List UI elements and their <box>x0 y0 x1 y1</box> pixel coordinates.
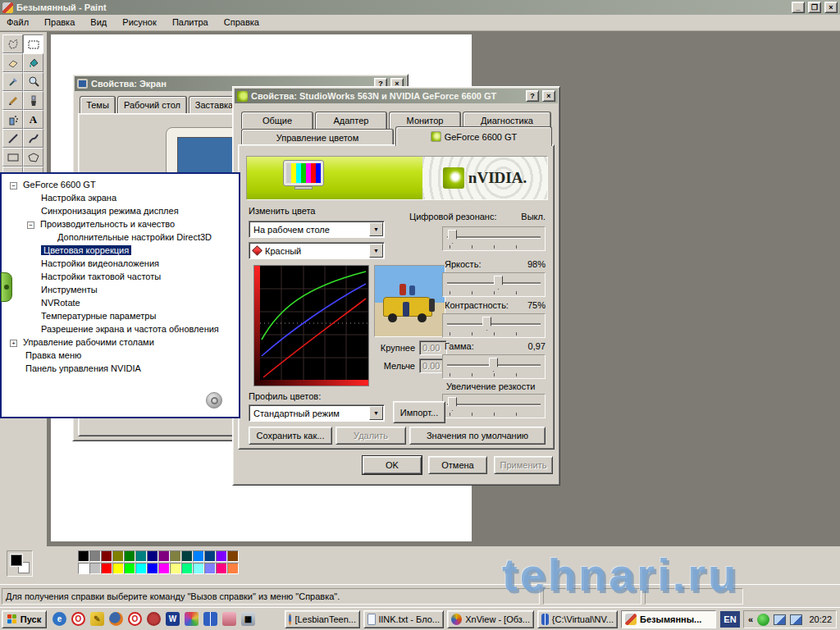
task-explorer[interactable]: {C:\Virtual\NV... <box>537 610 618 628</box>
gamma-curves-graph[interactable] <box>253 265 369 386</box>
palette-color[interactable] <box>135 550 147 562</box>
brightness-slider[interactable] <box>442 272 546 297</box>
paint-titlebar[interactable]: Безымянный - Paint _ ❐ × <box>0 0 840 15</box>
tab-general[interactable]: Общие <box>241 112 313 129</box>
tree-item-display-settings[interactable]: Настройка экрана <box>2 191 239 204</box>
tree-item-performance[interactable]: −Производительность и качество <box>2 217 239 231</box>
help-icon[interactable]: ? <box>526 90 539 102</box>
menu-help[interactable]: Справка <box>217 15 266 30</box>
word-icon[interactable]: W <box>166 612 180 626</box>
palette-color[interactable] <box>227 550 239 562</box>
slider-thumb[interactable] <box>489 358 498 372</box>
tree-item-resolution[interactable]: Разрешение экрана и частота обновления <box>2 322 239 336</box>
palette-icon[interactable] <box>185 612 199 626</box>
close-icon[interactable]: × <box>542 90 555 102</box>
tab-themes[interactable]: Темы <box>80 96 116 113</box>
palette-color[interactable] <box>112 550 124 562</box>
language-indicator[interactable]: EN <box>720 611 740 628</box>
palette-color[interactable] <box>227 563 239 574</box>
cancel-button[interactable]: Отмена <box>428 456 487 474</box>
tray-chevron-icon[interactable]: « <box>748 614 753 624</box>
tree-item-clock-settings[interactable]: Настройки тактовой частоты <box>2 270 239 283</box>
palette-color[interactable] <box>216 563 227 574</box>
chevron-down-icon[interactable]: ▼ <box>369 406 383 420</box>
tree-item-menu-edit[interactable]: Правка меню <box>2 349 239 362</box>
curve-tool[interactable] <box>23 129 43 148</box>
airbrush-tool[interactable] <box>2 110 23 129</box>
palette-color[interactable] <box>78 563 89 574</box>
gamma-slider[interactable] <box>442 354 546 379</box>
menu-edit[interactable]: Правка <box>38 15 81 30</box>
eraser-tool[interactable] <box>2 53 23 72</box>
brush-tool[interactable] <box>23 91 43 110</box>
utorrent-tray-icon[interactable] <box>757 614 769 626</box>
ok-button[interactable]: OK <box>363 456 422 474</box>
palette-color[interactable] <box>204 563 216 574</box>
freeform-select-tool[interactable] <box>2 34 23 53</box>
palette-color[interactable] <box>181 563 193 574</box>
restore-icon[interactable]: ❐ <box>808 2 821 13</box>
expand-icon[interactable]: + <box>10 340 17 347</box>
slider-thumb[interactable] <box>482 317 491 331</box>
tree-item-nvidia-panel[interactable]: Панель управления NVIDIA <box>2 362 239 375</box>
menu-image[interactable]: Рисунок <box>116 15 163 30</box>
tab-geforce-6600gt[interactable]: GeForce 6600 GT <box>395 126 552 146</box>
chevron-down-icon[interactable]: ▼ <box>369 222 383 236</box>
palette-color[interactable] <box>216 550 227 562</box>
palette-color[interactable] <box>193 550 204 562</box>
network-icon[interactable] <box>790 614 802 625</box>
tree-item-sync[interactable]: Синхронизация режима дисплея <box>2 204 239 217</box>
palette-color[interactable] <box>158 563 170 574</box>
palette-color[interactable] <box>204 550 216 562</box>
mediaplayer-icon[interactable] <box>147 612 161 626</box>
contrast-slider[interactable] <box>442 313 546 338</box>
rectangle-tool[interactable] <box>2 148 23 167</box>
menu-file[interactable]: Файл <box>0 15 35 30</box>
floppy-icon[interactable] <box>222 612 236 626</box>
palette-color[interactable] <box>101 550 112 562</box>
task-paint-active[interactable]: Безымянны... <box>621 610 716 628</box>
import-button[interactable]: Импорт... <box>393 401 445 423</box>
tree-item-nvrotate[interactable]: NVRotate <box>2 296 239 309</box>
start-button[interactable]: Пуск <box>2 610 47 628</box>
tree-item-color-correction[interactable]: Цветовая коррекция <box>2 244 239 257</box>
color-profile-dropdown[interactable]: Стандартный режим ▼ <box>249 404 385 422</box>
chevron-down-icon[interactable]: ▼ <box>369 244 383 258</box>
ie-icon[interactable]: e <box>52 612 66 626</box>
tree-item-temperature[interactable]: Температурные параметры <box>2 309 239 322</box>
network-icon[interactable] <box>774 614 786 625</box>
menu-palette[interactable]: Палитра <box>166 15 215 30</box>
vibrance-slider[interactable] <box>442 226 546 251</box>
slider-thumb[interactable] <box>448 230 457 244</box>
palette-color[interactable] <box>147 563 158 574</box>
menu-view[interactable]: Вид <box>84 15 113 30</box>
firefox-icon[interactable] <box>109 612 123 626</box>
larger-input[interactable]: 0.00 <box>419 340 447 355</box>
task-notepad[interactable]: lINK.txt - Бло... <box>363 610 444 628</box>
palette-color[interactable] <box>135 563 147 574</box>
nvidia-gray-logo-icon[interactable] <box>206 392 222 409</box>
color-scope-dropdown[interactable]: На рабочем столе ▼ <box>249 221 385 238</box>
tab-color-management[interactable]: Управление цветом <box>241 129 394 145</box>
text-tool[interactable]: A <box>23 110 43 129</box>
palette-color[interactable] <box>158 550 170 562</box>
delete-button[interactable]: Удалить <box>336 427 406 445</box>
tree-item-direct3d[interactable]: Дополнительные настройки Direct3D <box>2 231 239 244</box>
tree-item-desktop-management[interactable]: +Управление рабочими столами <box>2 336 239 349</box>
close-icon[interactable]: × <box>824 2 838 13</box>
nvidia-dialog-titlebar[interactable]: Свойства: StudioWorks 563N и NVIDIA GeFo… <box>235 89 558 103</box>
color-picker-tool[interactable] <box>2 72 23 91</box>
palette-color[interactable] <box>112 563 124 574</box>
defaults-button[interactable]: Значения по умолчанию <box>409 427 546 445</box>
save-as-button[interactable]: Сохранить как... <box>249 427 332 445</box>
palette-color[interactable] <box>170 563 181 574</box>
palette-color[interactable] <box>124 550 135 562</box>
polygon-tool[interactable] <box>23 148 43 167</box>
palette-color[interactable] <box>78 550 89 562</box>
fill-bucket-tool[interactable] <box>23 53 43 72</box>
calculator-icon[interactable]: ▦ <box>241 612 255 626</box>
pencil-tool[interactable] <box>2 91 23 110</box>
palette-color[interactable] <box>89 563 101 574</box>
tree-item-geforce[interactable]: −GeForce 6600 GT <box>2 178 239 191</box>
task-xnview[interactable]: XnView - [Обз... <box>447 610 534 628</box>
